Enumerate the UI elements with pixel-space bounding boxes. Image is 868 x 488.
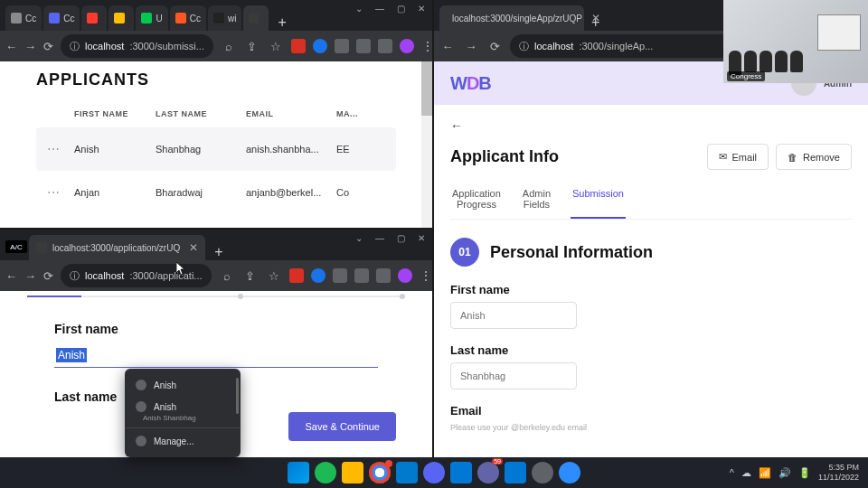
save-continue-button[interactable]: Save & Continue — [288, 412, 396, 441]
settings-icon[interactable] — [532, 462, 553, 483]
row-menu-icon[interactable]: ⋯ — [47, 142, 74, 156]
person-icon — [136, 380, 146, 390]
address-bar[interactable]: ⓘ localhost:3000/submissi... — [61, 34, 213, 58]
extension-icon[interactable] — [335, 39, 349, 53]
share-icon[interactable]: ⇪ — [244, 38, 260, 54]
first-name-input[interactable] — [450, 302, 577, 329]
video-call-overlay[interactable]: Congress — [723, 0, 868, 83]
browser-tab[interactable]: Cc — [170, 5, 206, 31]
minimize-icon[interactable]: — — [375, 4, 384, 14]
mail-icon[interactable] — [450, 462, 472, 483]
maximize-icon[interactable]: ▢ — [397, 233, 405, 243]
row-menu-icon[interactable]: ⋯ — [47, 185, 74, 200]
new-tab-button[interactable]: + — [207, 244, 230, 260]
forward-button[interactable]: → — [24, 267, 36, 284]
search-icon[interactable]: ⌕ — [219, 267, 235, 284]
clock[interactable]: 5:35 PM 11/11/2022 — [818, 463, 859, 483]
back-button[interactable]: ← — [5, 267, 17, 284]
forward-button[interactable]: → — [24, 38, 36, 54]
table-row[interactable]: ⋯ Anjan Bharadwaj anjanb@berkel... Co — [36, 171, 396, 214]
back-arrow-button[interactable]: ← — [450, 118, 463, 133]
chevron-down-icon[interactable]: ⌄ — [355, 4, 363, 14]
search-icon[interactable]: ⌕ — [221, 38, 237, 54]
start-button[interactable] — [288, 462, 309, 483]
browser-tab[interactable]: Cc — [43, 5, 80, 31]
scrollbar[interactable] — [421, 61, 432, 228]
file-explorer-icon[interactable] — [342, 462, 363, 483]
power-automate-icon[interactable] — [505, 462, 526, 483]
spotify-icon[interactable] — [315, 462, 336, 483]
table-row[interactable]: ⋯ Anish Shanbhag anish.shanbha... EE — [36, 127, 396, 171]
close-icon[interactable]: ✕ — [418, 4, 425, 14]
first-name-input[interactable]: Anish — [54, 343, 378, 368]
section-header: 01 Personal Information — [450, 238, 852, 267]
share-icon[interactable]: ⇪ — [242, 267, 259, 284]
sidepanel-icon[interactable] — [376, 268, 391, 283]
browser-tab[interactable] — [108, 5, 134, 31]
tab-title: localhost:3000/singleApp/zrUQP — [452, 14, 582, 23]
menu-icon[interactable]: ⋮ — [421, 39, 434, 53]
extension-icon[interactable] — [311, 268, 326, 283]
wifi-icon[interactable]: 📶 — [759, 467, 771, 479]
browser-tab[interactable] — [81, 5, 107, 31]
email-label: Email — [450, 404, 852, 418]
browser-tab-active[interactable] — [243, 5, 269, 31]
extension-icon[interactable] — [291, 39, 306, 53]
discord-icon[interactable] — [423, 462, 445, 483]
tab-submission[interactable]: Submission — [571, 183, 626, 219]
star-icon[interactable]: ☆ — [268, 38, 284, 54]
battery-icon[interactable]: 🔋 — [798, 467, 811, 479]
extension-icon[interactable] — [289, 268, 304, 283]
scrollbar[interactable] — [236, 378, 239, 414]
tab-admin-fields[interactable]: AdminFields — [521, 183, 552, 219]
zoom-icon[interactable] — [559, 462, 580, 483]
logo[interactable]: WDB — [450, 73, 491, 94]
profile-avatar[interactable] — [398, 268, 412, 283]
back-button[interactable]: ← — [5, 38, 17, 54]
vscode-icon[interactable] — [396, 462, 418, 483]
profile-avatar[interactable] — [400, 39, 414, 53]
browser-tab[interactable]: wi — [208, 5, 241, 31]
extension-icon[interactable] — [313, 39, 327, 53]
address-bar[interactable]: ⓘ localhost:3000/applicati... — [61, 264, 212, 287]
reload-button[interactable]: ⟳ — [486, 38, 503, 54]
teams-icon[interactable] — [477, 462, 499, 483]
extension-icon[interactable] — [333, 268, 347, 283]
browser-tab-active[interactable]: localhost:3000/application/zrUQ ✕ — [29, 235, 205, 260]
maximize-icon[interactable]: ▢ — [397, 4, 405, 14]
address-bar[interactable]: ⓘ localhost:3000/singleAp... — [510, 34, 750, 58]
menu-icon[interactable]: ⋮ — [420, 268, 432, 283]
site-info-icon[interactable]: ⓘ — [70, 40, 80, 53]
back-button[interactable]: ← — [439, 38, 456, 54]
autofill-option[interactable]: Anish — [125, 374, 241, 396]
puzzle-icon[interactable] — [356, 39, 371, 53]
volume-icon[interactable]: 🔊 — [778, 467, 791, 479]
browser-tab[interactable]: Cc — [5, 5, 42, 31]
favicon-icon — [87, 13, 98, 23]
sidepanel-icon[interactable] — [378, 39, 392, 53]
email-button[interactable]: ✉Email — [707, 144, 769, 170]
star-icon[interactable]: ☆ — [266, 267, 282, 284]
browser-tab-active[interactable]: localhost:3000/singleApp/zrUQP ✕ — [439, 5, 584, 31]
window-controls: ⌄ — ▢ ✕ — [355, 4, 425, 14]
autofill-manage[interactable]: Manage... — [125, 430, 241, 452]
browser-tab[interactable]: U — [136, 5, 167, 31]
close-tab-icon[interactable]: ✕ — [189, 241, 198, 254]
reload-button[interactable]: ⟳ — [43, 38, 53, 54]
tab-application-progress[interactable]: ApplicationProgress — [450, 183, 503, 219]
chevron-up-icon[interactable]: ^ — [730, 467, 734, 478]
site-info-icon[interactable]: ⓘ — [519, 40, 529, 53]
minimize-icon[interactable]: — — [375, 233, 384, 243]
puzzle-icon[interactable] — [354, 268, 369, 283]
last-name-input[interactable] — [450, 362, 577, 389]
site-info-icon[interactable]: ⓘ — [70, 269, 80, 283]
close-icon[interactable]: ✕ — [418, 233, 425, 243]
reload-button[interactable]: ⟳ — [43, 267, 53, 284]
remove-button[interactable]: 🗑Remove — [776, 144, 852, 170]
forward-button[interactable]: → — [463, 38, 479, 54]
chrome-icon[interactable] — [369, 462, 391, 483]
new-tab-button[interactable]: + — [270, 14, 293, 31]
new-tab-button[interactable]: + — [584, 14, 607, 31]
onedrive-icon[interactable]: ☁ — [741, 467, 751, 479]
chevron-down-icon[interactable]: ⌄ — [355, 233, 363, 243]
